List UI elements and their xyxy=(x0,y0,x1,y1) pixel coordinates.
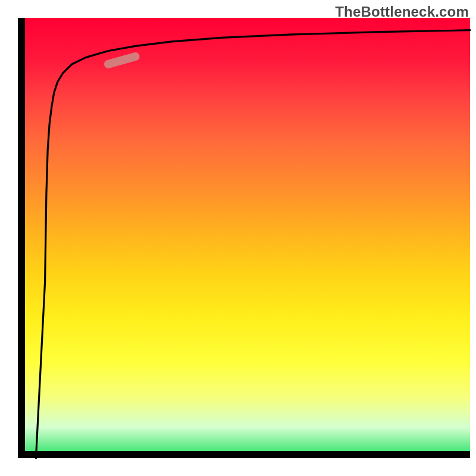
chart-container: TheBottleneck.com xyxy=(0,0,476,476)
watermark-label: TheBottleneck.com xyxy=(335,4,469,20)
curve-layer xyxy=(18,18,470,458)
highlight-segment xyxy=(108,57,136,64)
bottleneck-curve xyxy=(36,30,470,458)
